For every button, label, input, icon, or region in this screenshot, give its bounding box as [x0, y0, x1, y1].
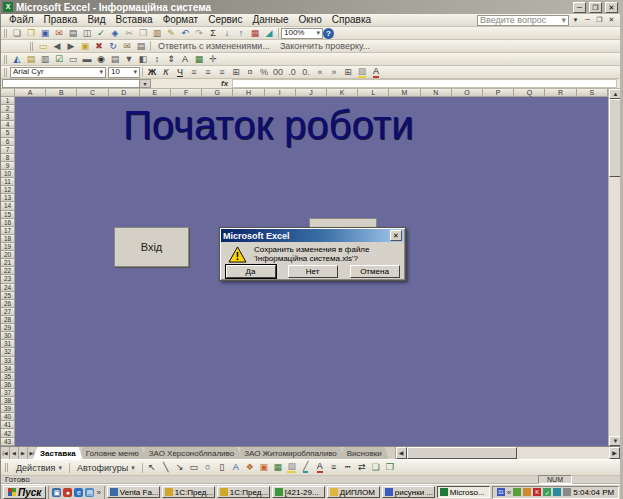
column-header-C[interactable]: C [77, 89, 108, 97]
design-mode-icon[interactable]: ◭ [10, 53, 24, 65]
arrow-icon[interactable]: ↘ [173, 462, 187, 474]
comma-style-icon[interactable]: 00 [271, 66, 285, 78]
row-header-35[interactable]: 35 [1, 373, 15, 381]
font-color-icon[interactable]: А [313, 462, 327, 474]
tray-shield-icon[interactable]: ✓ [543, 488, 551, 496]
row-header-21[interactable]: 21 [1, 259, 15, 267]
row-header-6[interactable]: 6 [1, 138, 15, 146]
autosum-icon[interactable]: Σ [206, 27, 220, 39]
row-header-27[interactable]: 27 [1, 308, 15, 316]
column-header-G[interactable]: G [202, 89, 233, 97]
borders-icon[interactable]: ⊞ [341, 66, 355, 78]
dialog-button-да[interactable]: Да [226, 265, 276, 278]
label-control-icon[interactable]: A [178, 53, 192, 65]
wordart-icon[interactable]: А [229, 462, 243, 474]
column-header-O[interactable]: O [452, 89, 483, 97]
type-question-box[interactable]: Введите вопрос ▾ [477, 15, 569, 26]
menu-item-1[interactable]: Файл [4, 14, 39, 26]
column-header-D[interactable]: D [109, 89, 140, 97]
font-color-icon[interactable]: А [369, 66, 383, 78]
decrease-indent-icon[interactable]: « [313, 66, 327, 78]
rectangle-icon[interactable]: ▭ [187, 462, 201, 474]
line-icon[interactable]: ╲ [159, 462, 173, 474]
toolbar-grip[interactable] [4, 55, 7, 64]
row-header-43[interactable]: 43 [1, 438, 15, 446]
menu-item-6[interactable]: Сервис [203, 14, 247, 26]
row-header-14[interactable]: 14 [1, 202, 15, 210]
toggle-button-control-icon[interactable]: ◧ [136, 53, 150, 65]
menu-item-8[interactable]: Окно [294, 14, 327, 26]
formula-input[interactable] [232, 79, 617, 88]
row-header-33[interactable]: 33 [1, 357, 15, 365]
row-header-19[interactable]: 19 [1, 243, 15, 251]
save-icon[interactable]: ▣ [38, 27, 52, 39]
task-button-5[interactable]: ДИПЛОМ [327, 486, 380, 498]
command-button-control-icon[interactable]: ▬ [80, 53, 94, 65]
decrease-decimal-icon[interactable]: 0. [299, 66, 313, 78]
row-header-4[interactable]: 4 [1, 121, 15, 129]
scroll-down-icon[interactable]: ▼ [609, 436, 622, 446]
new-icon[interactable]: ❏ [10, 27, 24, 39]
tab-scroll-1[interactable]: |◀ [1, 447, 10, 459]
clip-art-icon[interactable]: ▣ [257, 462, 271, 474]
format-painter-icon[interactable]: ✎ [164, 27, 178, 39]
tray-icon-6[interactable] [563, 488, 571, 496]
paste-icon[interactable]: ▥ [150, 27, 164, 39]
align-left-icon[interactable]: ≡ [187, 66, 201, 78]
task-button-3[interactable]: 1С:Пред... [217, 486, 270, 498]
doc-window-control-3[interactable]: ❐ [594, 15, 605, 26]
sheet-tab-4[interactable]: ЗАО Житомироблпаливо [237, 447, 344, 459]
listbox-control-icon[interactable]: ▤ [108, 53, 122, 65]
toolbar-grip[interactable] [30, 42, 33, 51]
line-style-icon[interactable]: ≡ [327, 462, 341, 474]
minimize-button[interactable]: ─ [573, 2, 586, 13]
row-header-25[interactable]: 25 [1, 292, 15, 300]
row-header-34[interactable]: 34 [1, 365, 15, 373]
menu-item-7[interactable]: Данные [247, 14, 293, 26]
line-color-icon[interactable]: ╱ [299, 462, 313, 474]
menu-item-9[interactable]: Справка [327, 14, 376, 26]
align-right-icon[interactable]: ≡ [215, 66, 229, 78]
print-icon[interactable]: ▤ [66, 27, 80, 39]
sheet-tab-3[interactable]: ЗАО Херсоноблпаливо [142, 447, 242, 459]
delete-comment-icon[interactable]: ✖ [92, 40, 106, 52]
fill-color-icon[interactable]: ▨ [285, 462, 299, 474]
scroll-right-icon[interactable]: ▶ [609, 447, 620, 459]
spin-button-control-icon[interactable]: ↕ [150, 53, 164, 65]
row-header-42[interactable]: 42 [1, 429, 15, 437]
horizontal-scrollbar[interactable]: ◀ ▶ [395, 447, 620, 459]
column-header-R[interactable]: R [545, 89, 576, 97]
show-comment-icon[interactable]: ▣ [78, 40, 92, 52]
scroll-up-icon[interactable]: ▲ [609, 89, 622, 99]
increase-indent-icon[interactable]: » [327, 66, 341, 78]
sort-ascending-icon[interactable]: ↓ [220, 27, 234, 39]
row-header-3[interactable]: 3 [1, 113, 15, 121]
toolbar-grip[interactable] [4, 68, 7, 77]
view-code-icon[interactable]: ▥ [38, 53, 52, 65]
quick-launch-icon-1[interactable]: ▣ [52, 488, 61, 497]
doc-window-control-4[interactable]: ✕ [606, 15, 617, 26]
spelling-icon[interactable]: ✓ [94, 27, 108, 39]
3d-style-icon[interactable]: ❒ [383, 462, 397, 474]
tab-scroll-2[interactable]: ◀ [10, 447, 19, 459]
menu-item-4[interactable]: Вставка [110, 14, 157, 26]
dash-style-icon[interactable]: ┅ [341, 462, 355, 474]
textbox-control-icon[interactable]: ▭ [66, 53, 80, 65]
task-button-4[interactable]: [421-29... [272, 486, 325, 498]
row-header-20[interactable]: 20 [1, 251, 15, 259]
column-header-S[interactable]: S [577, 89, 608, 97]
row-header-39[interactable]: 39 [1, 405, 15, 413]
row-header-28[interactable]: 28 [1, 316, 15, 324]
row-header-7[interactable]: 7 [1, 146, 15, 154]
menu-item-3[interactable]: Вид [82, 14, 110, 26]
vertical-scroll-thumb[interactable] [609, 99, 622, 177]
chart-wizard-icon[interactable]: ▦ [248, 27, 262, 39]
row-header-26[interactable]: 26 [1, 300, 15, 308]
text-box-icon[interactable]: ▯ [215, 462, 229, 474]
cut-icon[interactable]: ✂ [122, 27, 136, 39]
quick-launch-icon-4[interactable]: ▤ [85, 488, 94, 497]
align-center-icon[interactable]: ≡ [201, 66, 215, 78]
edit-comment-icon[interactable]: ▭ [36, 40, 50, 52]
column-header-B[interactable]: B [46, 89, 77, 97]
zoom-combobox[interactable]: 100% ▾ [281, 28, 323, 39]
